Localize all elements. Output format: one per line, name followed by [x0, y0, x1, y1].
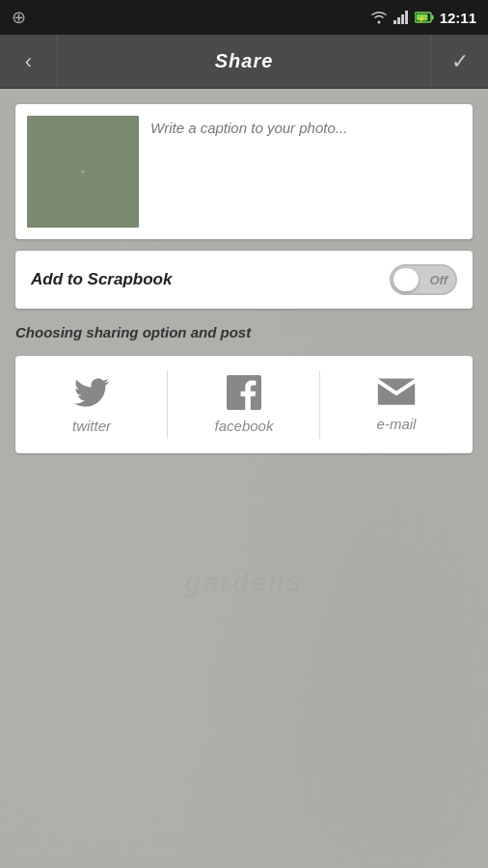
facebook-svg — [225, 375, 263, 410]
svg-rect-3 — [405, 11, 408, 24]
svg-point-23 — [40, 162, 43, 166]
sharing-instruction: Choosing sharing option and post — [15, 320, 473, 344]
svg-line-12 — [41, 164, 83, 172]
email-label: e-mail — [377, 416, 417, 432]
svg-text:⚡: ⚡ — [418, 14, 426, 23]
scrapbook-label: Add to Scrapbook — [31, 270, 172, 289]
svg-rect-1 — [397, 17, 400, 24]
svg-point-29 — [97, 210, 101, 214]
twitter-label: twitter — [72, 418, 111, 434]
status-bar-left: ⊕ — [12, 7, 26, 28]
svg-line-19 — [37, 172, 83, 178]
toggle-track: Off — [390, 264, 457, 295]
toggle-thumb — [393, 268, 419, 291]
content-area: Add to Scrapbook Off Choosing sharing op… — [0, 89, 488, 469]
svg-line-18 — [83, 172, 99, 212]
caption-input[interactable] — [150, 116, 461, 228]
usb-icon: ⊕ — [12, 7, 26, 28]
facebook-label: facebook — [215, 418, 274, 434]
scrapbook-toggle[interactable]: Off — [390, 264, 457, 295]
facebook-icon — [225, 375, 263, 410]
photo-thumbnail — [27, 116, 139, 228]
wifi-icon — [370, 11, 388, 24]
svg-line-13 — [83, 159, 123, 172]
status-bar-right: ⚡ 12:11 — [370, 10, 476, 26]
plant-svg — [27, 116, 139, 228]
watermark: gardens — [185, 567, 303, 598]
email-svg — [377, 377, 416, 408]
svg-point-28 — [64, 205, 68, 209]
back-button[interactable]: ‹ — [0, 35, 58, 89]
svg-point-27 — [117, 196, 121, 200]
svg-point-26 — [44, 191, 48, 195]
svg-rect-9 — [27, 116, 139, 228]
svg-line-17 — [66, 172, 83, 207]
scrapbook-card: Add to Scrapbook Off — [15, 251, 473, 309]
svg-rect-8 — [27, 116, 139, 228]
svg-line-16 — [83, 172, 119, 198]
email-option[interactable]: e-mail — [320, 356, 473, 453]
page-title: Share — [58, 50, 430, 72]
status-bar: ⊕ ⚡ 12:11 — [0, 0, 488, 35]
svg-point-21 — [54, 133, 58, 137]
svg-rect-5 — [431, 15, 433, 20]
svg-line-20 — [83, 172, 128, 176]
svg-point-22 — [110, 128, 114, 132]
check-icon: ✓ — [451, 49, 469, 74]
facebook-option[interactable]: facebook — [168, 356, 320, 453]
svg-line-10 — [56, 135, 83, 172]
svg-rect-2 — [401, 14, 404, 24]
svg-point-24 — [122, 157, 125, 161]
toggle-label: Off — [429, 273, 447, 287]
twitter-option[interactable]: twitter — [15, 356, 168, 453]
svg-line-15 — [46, 172, 83, 193]
svg-line-11 — [83, 130, 112, 172]
status-time: 12:11 — [440, 10, 476, 26]
email-icon — [377, 377, 416, 408]
battery-icon: ⚡ — [415, 12, 434, 23]
caption-card — [15, 104, 473, 239]
twitter-icon — [72, 375, 111, 410]
signal-icon — [393, 11, 409, 24]
svg-point-31 — [27, 205, 66, 228]
svg-point-25 — [81, 123, 85, 127]
svg-point-30 — [79, 168, 87, 176]
svg-rect-0 — [393, 20, 396, 24]
nav-bar: ‹ Share ✓ — [0, 35, 488, 89]
confirm-button[interactable]: ✓ — [430, 35, 488, 89]
svg-point-32 — [90, 212, 138, 228]
back-icon: ‹ — [25, 49, 32, 74]
thumbnail-image — [27, 116, 139, 228]
sharing-options-card: twitter facebook e-mail — [15, 356, 473, 453]
twitter-bird-svg — [72, 375, 111, 410]
